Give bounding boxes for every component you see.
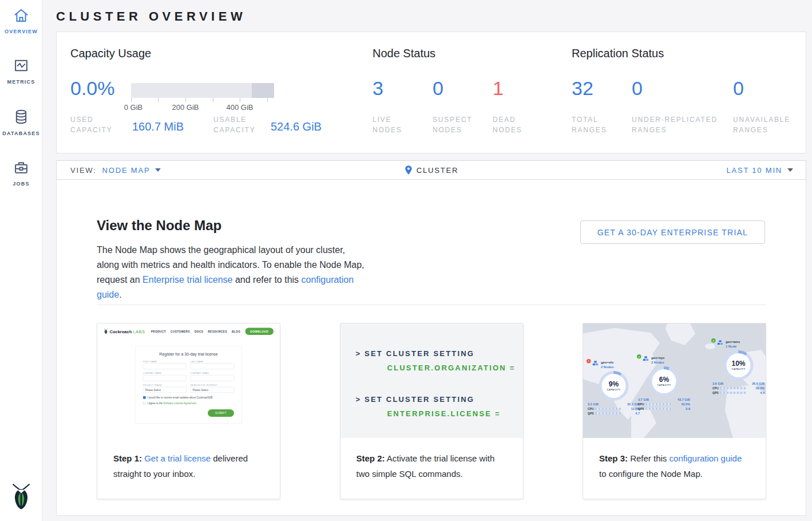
nodes-cubes-icon — [717, 340, 724, 346]
mini-site-screenshot: Cockroach LABS PRODUCT CUSTOMERS DOCS RE… — [97, 323, 280, 438]
view-value[interactable]: NODE MAP — [102, 166, 150, 175]
first-name-label: FIRST NAME — [143, 361, 187, 363]
last-name-field[interactable] — [191, 364, 234, 370]
mini-site-nav: PRODUCT CUSTOMERS DOCS RESOURCES BLOG DO… — [151, 327, 274, 335]
nav-docs[interactable]: DOCS — [195, 330, 203, 333]
step3-card: ! geo=sfo 2 Nodes — [583, 323, 766, 499]
nav-product[interactable]: PRODUCT — [151, 330, 166, 333]
license-agree-checkbox[interactable] — [143, 402, 146, 405]
live-nodes-value: 3 — [373, 77, 383, 100]
view-selector[interactable]: VIEW: NODE MAP — [70, 166, 161, 175]
form-title: Register for a 30-day trial license — [143, 352, 234, 357]
company-email-field[interactable] — [191, 375, 234, 381]
capacity-percent: 6% — [659, 376, 669, 383]
email-updates-label: I would like to receive email updates ab… — [148, 396, 213, 399]
nav-customers[interactable]: CUSTOMERS — [171, 330, 190, 333]
chevron-down-icon — [155, 168, 161, 172]
used-capacity: 3.7 GiB — [638, 398, 649, 401]
used-capacity-label: USED CAPACITY — [70, 115, 122, 135]
description-text: and refer to this — [232, 275, 301, 285]
nav-blog[interactable]: BLOG — [232, 330, 240, 333]
suspect-nodes-label: SUSPECT NODES — [433, 115, 484, 135]
logo-text: Cockroach — [110, 329, 132, 334]
cpu-bar — [645, 403, 672, 405]
step1-caption: Step 1: Get a trial license delivered st… — [97, 438, 280, 481]
capacity-percent: 9% — [609, 381, 619, 388]
qps-bar — [720, 392, 746, 394]
total-ranges-value: 32 — [572, 77, 593, 100]
sidebar-item-label: OVERVIEW — [0, 29, 42, 34]
used-capacity: 3.2 GiB — [588, 402, 599, 406]
nav-resources[interactable]: RESOURCES — [208, 330, 227, 333]
briefcase-icon — [13, 167, 29, 177]
sql-argument: CLUSTER.ORGANIZATION = — [356, 364, 523, 372]
map-node-nyc[interactable]: ✓ geo=nyc 2 Nodes — [637, 356, 691, 438]
node-count: 1 Node — [726, 345, 736, 348]
sql-argument: ENTERPRISE.LICENSE = — [356, 409, 523, 418]
under-replicated-label: UNDER-REPLICATED RANGES — [632, 115, 729, 135]
node-count: 2 Nodes — [601, 365, 613, 369]
project-phase-select[interactable]: Please Select — [143, 387, 187, 393]
database-icon — [13, 117, 29, 127]
ok-dot-icon: ✓ — [711, 338, 716, 343]
capacity-gauge: 9% CAPACITY — [599, 371, 629, 401]
get-trial-license-link[interactable]: Get a trial license — [144, 453, 211, 463]
total-ranges-label: TOTAL RANGES — [572, 115, 623, 135]
first-name-field[interactable] — [143, 364, 187, 370]
configuration-guide-link[interactable]: configuration guide — [670, 453, 742, 463]
divider — [97, 305, 766, 305]
company-name-field[interactable] — [143, 375, 187, 381]
node-map-title: View the Node Map — [97, 218, 221, 234]
usable-capacity-value: 524.6 GiB — [271, 120, 322, 133]
node-count: 2 Nodes — [651, 361, 664, 364]
sql-prompt: > — [356, 395, 362, 404]
qps-bar — [595, 412, 621, 415]
enterprise-trial-license-link[interactable]: Enterprise trial license — [142, 275, 232, 285]
submit-button[interactable]: SUBMIT — [208, 409, 234, 417]
cluster-summary-panel: Capacity Usage Node Status Replication S… — [56, 31, 806, 153]
usable-capacity-label: USABLE CAPACITY — [213, 115, 265, 135]
total-capacity: 43.7 GiB — [678, 398, 690, 401]
email-updates-checkbox[interactable] — [143, 396, 146, 399]
step3-label: Step 3: — [599, 453, 628, 463]
sidebar-item-jobs[interactable]: JOBS — [0, 152, 42, 187]
suspect-nodes-value: 0 — [433, 77, 443, 100]
reason-select[interactable]: Please Select — [191, 387, 234, 393]
sidebar-item-overview[interactable]: OVERVIEW — [0, 0, 42, 34]
capacity-tick-200: 200 GiB — [172, 103, 199, 112]
download-button[interactable]: DOWNLOAD — [245, 327, 274, 335]
capacity-tick-0: 0 GiB — [124, 103, 143, 112]
step2-label: Step 2: — [357, 453, 385, 463]
home-icon — [13, 15, 29, 25]
step3-caption: Step 3: Refer this configuration guide t… — [583, 438, 766, 481]
map-node-ams[interactable]: ✓ geo=ams 1 Node — [711, 340, 766, 438]
time-range-selector[interactable]: LAST 10 MIN — [726, 166, 793, 175]
sidebar-item-metrics[interactable]: METRICS — [0, 50, 42, 85]
alert-dot-icon: ! — [587, 359, 591, 364]
license-agree-label: I agree to the Software License Agreemen… — [148, 402, 197, 405]
page-title: CLUSTER OVERVIEW — [56, 9, 812, 24]
node-status-title: Node Status — [373, 47, 435, 60]
time-range-value[interactable]: LAST 10 MIN — [726, 166, 782, 175]
sidebar-item-databases[interactable]: DATABASES — [0, 101, 42, 136]
sql-command-2: > SET CLUSTER SETTING ENTERPRISE.LICENSE… — [356, 395, 523, 418]
trial-registration-form: Register for a 30-day trial license FIRS… — [136, 346, 242, 424]
sidebar-item-label: METRICS — [0, 79, 42, 85]
total-capacity: 36.6 GiB — [752, 382, 765, 385]
step2-image: > SET CLUSTER SETTING CLUSTER.ORGANIZATI… — [340, 323, 523, 438]
live-nodes-label: LIVE NODES — [373, 115, 424, 135]
cockroach-labs-logo: Cockroach LABS — [104, 328, 145, 334]
capacity-percent: 0.0% — [70, 77, 115, 100]
company-email-label: COMPANY EMAIL — [191, 372, 234, 374]
locality-name: geo=ams — [726, 340, 740, 344]
get-trial-button[interactable]: GET A 30-DAY ENTERPRISE TRIAL — [580, 220, 765, 244]
nodes-cubes-icon — [592, 360, 600, 367]
reason-label: REASON FOR INTEREST — [191, 384, 234, 386]
cockroachdb-logo[interactable] — [0, 482, 42, 513]
cluster-breadcrumb: CLUSTER — [404, 165, 458, 175]
software-license-link[interactable]: Software License Agreement — [163, 402, 196, 405]
capacity-label: CAPACITY — [731, 368, 745, 371]
map-node-sfo[interactable]: ! geo=sfo 2 Nodes — [587, 360, 641, 438]
sql-command-1: > SET CLUSTER SETTING CLUSTER.ORGANIZATI… — [356, 349, 523, 372]
capacity-gauge: 6% CAPACITY — [649, 366, 679, 396]
